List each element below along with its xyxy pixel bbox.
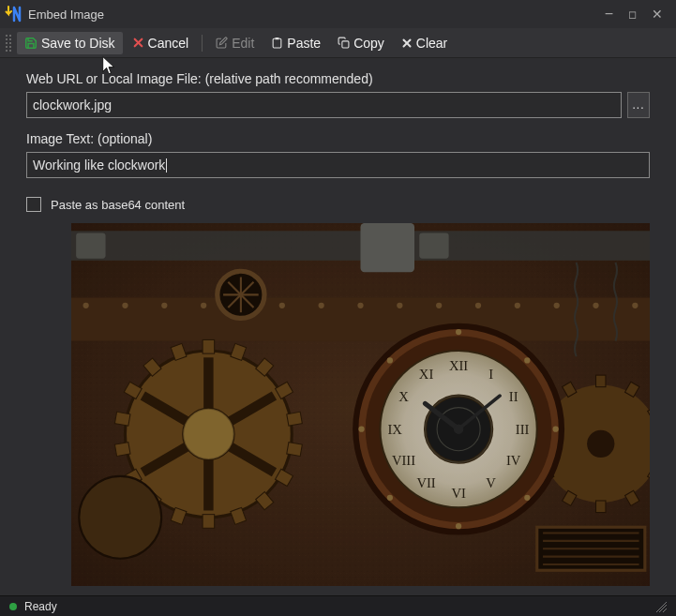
svg-rect-4 (342, 41, 349, 48)
copy-label: Copy (353, 36, 384, 51)
svg-rect-99 (71, 223, 650, 586)
image-text-label: Image Text: (optional) (26, 131, 650, 146)
cancel-button[interactable]: Cancel (125, 32, 197, 54)
resize-grip[interactable] (655, 601, 667, 612)
content-area: Web URL or Local Image File: (relative p… (0, 58, 676, 595)
cancel-icon (132, 37, 144, 49)
image-text-input[interactable]: Working like clockwork (26, 152, 650, 178)
maximize-button[interactable]: ◻ (628, 8, 637, 21)
save-icon (24, 37, 38, 50)
status-indicator-icon (9, 603, 17, 610)
text-caret (166, 158, 167, 173)
titlebar: Embed Image − ◻ ✕ (0, 0, 676, 28)
save-button[interactable]: Save to Disk (17, 32, 123, 54)
edit-button[interactable]: Edit (208, 32, 262, 54)
edit-label: Edit (232, 36, 254, 51)
statusbar: Ready (0, 595, 676, 616)
minimize-button[interactable]: − (605, 6, 613, 23)
close-button[interactable]: ✕ (652, 7, 663, 22)
copy-button[interactable]: Copy (330, 32, 392, 54)
browse-button[interactable]: ... (627, 92, 650, 118)
base64-label: Paste as base64 content (51, 198, 185, 212)
paste-icon (271, 37, 283, 49)
base64-checkbox[interactable] (26, 197, 41, 212)
app-icon (4, 5, 23, 23)
url-label: Web URL or Local Image File: (relative p… (26, 71, 650, 86)
paste-label: Paste (287, 36, 321, 51)
save-label: Save to Disk (41, 36, 115, 51)
clear-icon (401, 38, 413, 49)
toolbar-grip (6, 35, 11, 52)
clear-label: Clear (416, 36, 447, 51)
paste-button[interactable]: Paste (263, 32, 328, 54)
browse-label: ... (632, 98, 644, 112)
edit-icon (216, 37, 228, 49)
copy-icon (338, 37, 350, 49)
window-title: Embed Image (28, 8, 605, 22)
cancel-label: Cancel (148, 36, 189, 51)
toolbar-separator (202, 35, 203, 52)
image-text-value: Working like clockwork (33, 158, 165, 173)
toolbar: Save to Disk Cancel Edit Paste (0, 28, 676, 58)
clear-button[interactable]: Clear (394, 32, 455, 54)
svg-rect-3 (276, 38, 279, 39)
image-preview: XII I II III IV V VI VII VIII IX X XI (71, 223, 650, 586)
url-input[interactable] (26, 92, 622, 118)
status-text: Ready (24, 600, 57, 613)
